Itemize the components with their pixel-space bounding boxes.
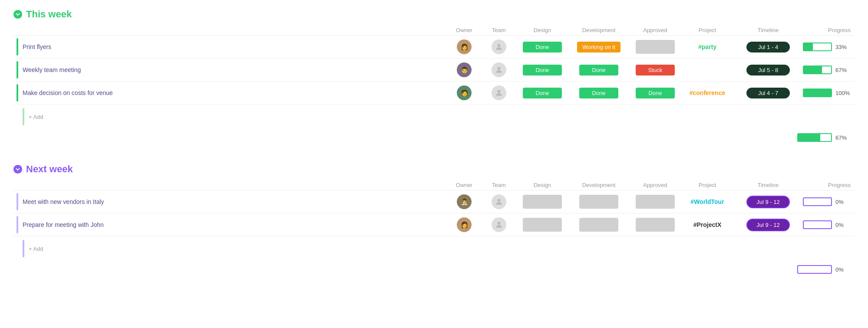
add-label[interactable]: + Add: [29, 114, 43, 120]
table-header: Owner Team Design Development Approved P…: [13, 180, 855, 190]
table-row: Meet with new vendors in Italy 👨‍💼: [13, 190, 855, 213]
project-cell[interactable]: #party: [681, 43, 733, 50]
design-cell[interactable]: Done: [516, 65, 568, 75]
section-this-week: This week Owner Team Design Development …: [13, 9, 855, 146]
header-project: Project: [681, 27, 733, 33]
task-name-cell: Make decision on costs for venue: [13, 84, 447, 102]
timeline-cell: Jul 1 - 4: [733, 42, 803, 52]
progress-text: 0%: [835, 222, 851, 228]
project-cell[interactable]: #ProjectX: [681, 221, 733, 228]
header-timeline: Timeline: [733, 182, 803, 188]
project-cell[interactable]: #conference: [681, 89, 733, 96]
dev-status: Done: [579, 65, 618, 75]
svg-point-6: [498, 222, 501, 225]
svg-point-3: [498, 90, 501, 93]
section-header: Next week: [13, 164, 855, 175]
summary-progress-bar: [797, 133, 832, 142]
table-body: Print flyers 👩 Done Working on it: [13, 36, 855, 129]
timeline-cell: Jul 5 - 8: [733, 65, 803, 75]
progress-text: 67%: [835, 67, 851, 73]
section-chevron[interactable]: [13, 164, 23, 174]
section-chevron[interactable]: [13, 10, 23, 19]
design-status: Done: [523, 88, 562, 98]
design-cell[interactable]: Done: [516, 42, 568, 52]
header-owner: Owner: [447, 182, 482, 188]
task-name-cell: Meet with new vendors in Italy: [13, 193, 447, 210]
add-row[interactable]: + Add: [13, 105, 855, 129]
summary-progress-fill: [798, 134, 820, 141]
progress-fill: [804, 66, 822, 73]
approved-cell[interactable]: Done: [629, 88, 681, 98]
project-tag: #conference: [681, 89, 733, 96]
timeline-badge: Jul 9 - 12: [746, 196, 790, 208]
development-cell[interactable]: Done: [568, 88, 629, 98]
svg-point-5: [498, 199, 501, 202]
team-cell: [482, 194, 516, 209]
timeline-badge: Jul 1 - 4: [746, 42, 790, 52]
project-cell[interactable]: #WorldTour: [681, 198, 733, 205]
project-tag: #ProjectX: [681, 221, 733, 228]
team-avatar: [492, 62, 506, 77]
approved-status: Done: [636, 88, 675, 98]
approved-cell[interactable]: Stuck: [629, 65, 681, 75]
design-cell[interactable]: Done: [516, 88, 568, 98]
svg-point-1: [498, 44, 501, 47]
task-name-cell: Print flyers: [13, 38, 447, 56]
header-progress: Progress: [803, 27, 855, 33]
color-bar: [17, 193, 18, 210]
development-cell[interactable]: [568, 195, 629, 209]
table: Owner Team Design Development Approved P…: [13, 180, 855, 261]
progress-text: 0%: [835, 199, 851, 205]
project-tag: #party: [681, 43, 733, 50]
progress-text: 33%: [835, 44, 851, 50]
progress-fill: [804, 43, 813, 50]
approved-cell[interactable]: [629, 195, 681, 209]
approved-cell[interactable]: [629, 40, 681, 54]
team-avatar: [492, 194, 506, 209]
team-avatar: [492, 39, 506, 54]
section-title: Next week: [26, 164, 73, 175]
header-task: [30, 27, 447, 33]
table-row: Print flyers 👩 Done Working on it: [13, 36, 855, 59]
header-owner: Owner: [447, 27, 482, 33]
header-team: Team: [482, 182, 516, 188]
header-development: Development: [568, 182, 629, 188]
development-cell[interactable]: Working on it: [568, 42, 629, 52]
add-row[interactable]: + Add: [13, 236, 855, 261]
table-header: Owner Team Design Development Approved P…: [13, 25, 855, 36]
header-approved: Approved: [629, 27, 681, 33]
summary-progress-text: 67%: [835, 134, 851, 141]
header-design: Design: [516, 27, 568, 33]
avatar: 👨: [457, 62, 472, 77]
header-approved: Approved: [629, 182, 681, 188]
header-progress: Progress: [803, 182, 855, 188]
task-name-cell: Prepare for meeting with John: [13, 216, 447, 233]
header-development: Development: [568, 27, 629, 33]
project-tag: #WorldTour: [681, 198, 733, 205]
team-avatar: [492, 85, 506, 100]
table-row: Weekly team meeting 👨 Done Done St: [13, 59, 855, 82]
owner-cell: 👩: [447, 39, 482, 54]
design-cell[interactable]: [516, 218, 568, 232]
timeline-badge: Jul 5 - 8: [746, 65, 790, 75]
summary-progress-bar: [797, 265, 832, 274]
owner-cell: 🧑: [447, 85, 482, 100]
dev-status: Done: [579, 88, 618, 98]
approved-cell[interactable]: [629, 218, 681, 232]
owner-cell: 👨‍💼: [447, 194, 482, 209]
add-bar: [23, 240, 24, 257]
development-cell[interactable]: [568, 218, 629, 232]
summary-row: 0%: [13, 261, 855, 278]
owner-cell: 👩: [447, 217, 482, 232]
summary-row: 67%: [13, 129, 855, 146]
svg-point-4: [13, 165, 22, 174]
team-cell: [482, 39, 516, 54]
avatar: 🧑: [457, 85, 472, 100]
development-cell[interactable]: Done: [568, 65, 629, 75]
design-cell[interactable]: [516, 195, 568, 209]
dev-status: Working on it: [577, 42, 620, 52]
owner-cell: 👨: [447, 62, 482, 77]
avatar: 👩: [457, 217, 472, 232]
add-label[interactable]: + Add: [29, 246, 43, 252]
design-status: Done: [523, 42, 562, 52]
